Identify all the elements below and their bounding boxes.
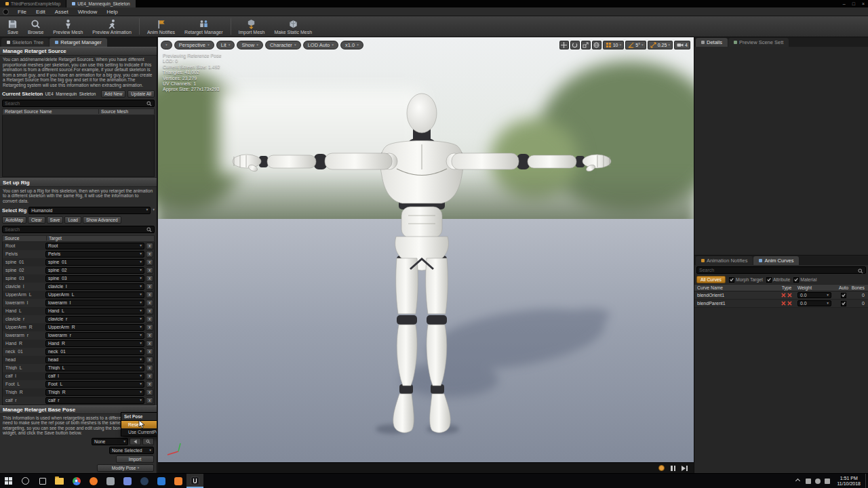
clear-bone-mapping-button[interactable]: x (146, 259, 153, 266)
tab-animation-notifies[interactable]: Animation Notifies (696, 256, 753, 265)
taskbar-icon-start[interactable] (0, 474, 17, 488)
bone-target-select-head[interactable]: head▾ (45, 357, 144, 363)
taskbar-icon-firefox[interactable] (85, 474, 102, 488)
taskbar-icon-vlc[interactable] (170, 474, 186, 488)
close-button[interactable]: × (859, 1, 868, 6)
tray-icon[interactable] (815, 479, 821, 484)
taskbar-icon-app-blue[interactable] (153, 474, 170, 488)
clear-bone-mapping-button[interactable]: x (146, 381, 153, 388)
tab-ue4-mannequin-skeleton[interactable]: UE4_Mannequin_Skeleton (66, 0, 135, 7)
minimize-button[interactable]: – (840, 1, 849, 6)
retarget-source-search-input[interactable] (5, 101, 146, 106)
taskbar-icon-task-view[interactable] (34, 474, 51, 488)
taskbar-icon-unreal-editor[interactable] (186, 474, 203, 488)
toolbar-retarget-manager-button[interactable]: Retarget Manager (180, 17, 227, 37)
taskbar-icon-chrome[interactable] (68, 474, 85, 488)
clear-bone-mapping-button[interactable]: x (146, 251, 153, 258)
tray-icon[interactable] (825, 479, 830, 484)
bone-target-select-upperarm-r[interactable]: UpperArm_R▾ (45, 324, 144, 331)
step-forward-button[interactable] (682, 466, 688, 471)
browse-asset-button[interactable] (142, 438, 154, 445)
bone-target-select-clavicle-r[interactable]: clavicle_r▾ (45, 316, 144, 323)
record-button[interactable] (658, 465, 665, 471)
taskbar-icon-discord[interactable] (119, 474, 136, 488)
menu-window[interactable]: Window (73, 9, 102, 15)
base-pose-selection-dropdown[interactable]: None Selected ▾ (109, 447, 154, 454)
taskbar-icon-file-explorer[interactable] (51, 474, 68, 488)
toolbar-anim-notifies-button[interactable]: Anim Notifies (142, 17, 180, 37)
clear-bone-mapping-button[interactable]: x (146, 291, 153, 298)
taskbar-clock[interactable]: 1:51 PM 11/10/2018 (832, 476, 865, 487)
clear-bone-mapping-button[interactable]: x (146, 243, 153, 249)
bone-target-select-thigh-r[interactable]: Thigh_R▾ (45, 389, 144, 396)
bone-target-select-root[interactable]: Root▾ (45, 243, 144, 249)
clear-bone-mapping-button[interactable]: x (146, 283, 153, 290)
clear-bone-mapping-button[interactable]: x (146, 397, 153, 404)
clear-bone-mapping-button[interactable]: x (146, 373, 153, 380)
tab-skeleton-tree[interactable]: Skeleton Tree (1, 38, 49, 47)
retarget-source-list[interactable] (2, 115, 155, 177)
move-tool-icon[interactable] (559, 41, 569, 49)
viewport-show-button[interactable]: Show▾ (237, 41, 263, 49)
anim-curves-search-input[interactable] (699, 268, 858, 272)
rotate-tool-icon[interactable] (570, 41, 580, 49)
scale-tool-icon[interactable] (581, 41, 591, 49)
viewport-options-button[interactable]: ▾ (161, 41, 172, 49)
viewport-perspective-button[interactable]: Perspective▾ (174, 41, 214, 49)
taskbar-icon-cortana[interactable] (17, 474, 34, 488)
load-button[interactable]: Load (64, 216, 81, 224)
camera-speed-control[interactable]: 4 (674, 41, 690, 49)
world-space-icon[interactable] (592, 41, 601, 49)
taskbar-icon-app-gray[interactable] (102, 474, 119, 488)
maximize-button[interactable]: □ (849, 1, 859, 6)
bone-target-select-lowerarm-l[interactable]: lowerarm_l▾ (45, 300, 144, 306)
bone-target-select-lowerarm-r[interactable]: lowerarm_r▾ (45, 332, 144, 339)
bone-target-select-upperarm-l[interactable]: UpperArm_L▾ (45, 291, 144, 298)
auto-checkbox[interactable] (841, 301, 846, 306)
save-button[interactable]: Save (47, 216, 64, 224)
import-button[interactable]: Import (116, 455, 154, 463)
preview-viewport[interactable]: ▾ Perspective▾Lit▾Show▾Character▾LOD Aut… (158, 37, 694, 473)
clear-bone-mapping-button[interactable]: x (146, 275, 153, 282)
base-pose-asset-dropdown[interactable]: None ▾ (92, 438, 128, 445)
scale-snap-control[interactable]: 0.25 ▾ (648, 41, 673, 49)
bone-target-select-spine-02[interactable]: spine_02▾ (45, 267, 144, 274)
toolbar-browse-button[interactable]: Browse (23, 17, 48, 37)
bone-target-select-spine-01[interactable]: spine_01▾ (45, 259, 144, 266)
clear-bone-mapping-button[interactable]: x (146, 389, 153, 396)
menu-help[interactable]: Help (102, 9, 122, 15)
select-rig-dropdown[interactable]: Humanoid ▾ (28, 207, 151, 214)
toolbar-preview-animation-button[interactable]: Preview Animation (87, 17, 136, 37)
bone-target-select-spine-03[interactable]: spine_03▾ (45, 275, 144, 282)
clear-bone-mapping-button[interactable]: x (146, 267, 153, 274)
menu-asset[interactable]: Asset (50, 9, 73, 15)
show-desktop-button[interactable] (865, 474, 868, 488)
chevron-down-icon[interactable]: ▾ (153, 208, 155, 212)
clear-bone-mapping-button[interactable]: x (146, 324, 153, 331)
morph-target-checkbox[interactable] (729, 277, 734, 283)
all-curves-filter-button[interactable]: All Curves (696, 276, 726, 283)
tray-icon[interactable] (806, 479, 811, 484)
clear-bone-mapping-button[interactable]: x (146, 300, 153, 306)
bone-target-select-calf-l[interactable]: calf_l▾ (45, 373, 144, 380)
modify-pose-button[interactable]: Modify Pose ▾ (97, 464, 154, 472)
bone-target-select-thigh-l[interactable]: Thigh_L▾ (45, 365, 144, 371)
tab-thirdpersonexamplemap[interactable]: ThirdPersonExampleMap (0, 0, 66, 7)
rotation-snap-control[interactable]: 5° ▾ (625, 41, 646, 49)
viewport-character-button[interactable]: Character▾ (265, 41, 301, 49)
clear-bone-mapping-button[interactable]: x (146, 365, 153, 371)
clear-bone-mapping-button[interactable]: x (146, 308, 153, 314)
attribute-checkbox[interactable] (766, 277, 772, 283)
bone-target-select-hand-r[interactable]: Hand_R▾ (45, 340, 144, 347)
viewport-lit-button[interactable]: Lit▾ (216, 41, 235, 49)
add-new-button[interactable]: Add New (101, 90, 125, 98)
tray-expand-icon[interactable] (795, 479, 800, 483)
automap-button[interactable]: AutoMap (2, 216, 26, 224)
bone-target-select-hand-l[interactable]: Hand_L▾ (45, 308, 144, 314)
toolbar-preview-mesh-button[interactable]: Preview Mesh (48, 17, 87, 37)
viewport-lod-auto-button[interactable]: LOD Auto▾ (303, 41, 338, 49)
menu-file[interactable]: File (13, 9, 31, 15)
pause-button[interactable] (671, 466, 675, 471)
grid-snap-control[interactable]: 10 ▾ (603, 41, 625, 49)
mannequin-figure[interactable] (158, 37, 694, 462)
